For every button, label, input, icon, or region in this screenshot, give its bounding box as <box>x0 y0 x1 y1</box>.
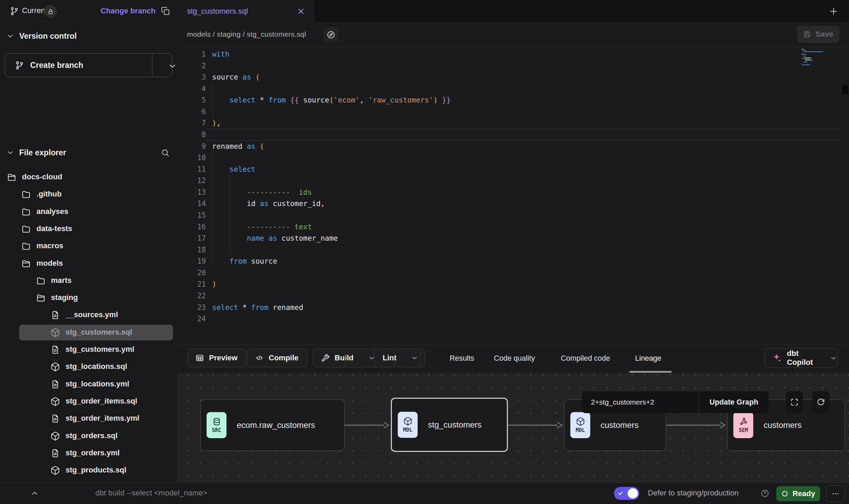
fullscreen-button[interactable] <box>786 391 803 413</box>
tree-item-stg-customers-yml[interactable]: stg_customers.yml <box>0 341 177 358</box>
line-number: 3 <box>177 71 206 83</box>
defer-toggle[interactable] <box>614 487 639 500</box>
tree-item-stg-products-sql[interactable]: stg_products.sql <box>0 462 177 479</box>
lineage-selector-input[interactable]: 2+stg_customers+2 <box>582 391 699 413</box>
tree-item-label: stg_products.sql <box>66 466 126 475</box>
tree-item-models[interactable]: models <box>0 255 177 272</box>
refresh-icon <box>816 398 825 407</box>
build-label: Build <box>335 353 353 362</box>
tree-item-macros[interactable]: macros <box>0 238 177 255</box>
save-label: Save <box>815 30 833 39</box>
tree-item-marts[interactable]: marts <box>0 272 177 289</box>
node-badge-sem: SEM <box>733 412 753 438</box>
line-number: 12 <box>177 175 206 187</box>
sidebar-divider <box>0 141 177 142</box>
update-graph-button[interactable]: Update Graph <box>699 391 769 413</box>
lineage-node-stg-customers[interactable]: MDLstg_customers <box>391 398 508 452</box>
copy-branch-icon[interactable] <box>161 6 170 16</box>
chevron-down-icon[interactable] <box>411 354 418 362</box>
compile-button[interactable]: Compile <box>247 349 307 367</box>
ready-status-button[interactable]: Ready <box>776 486 820 501</box>
save-button[interactable]: Save <box>797 26 839 43</box>
tree-item-label: stg_locations.yml <box>66 380 129 388</box>
lineage-controls: 2+stg_customers+2 Update Graph <box>582 391 769 413</box>
tree-item-data-tests[interactable]: data-tests <box>0 220 177 238</box>
status-bar: dbt build --select <model_name> Defer to… <box>0 482 849 504</box>
node-label: customers <box>601 420 639 430</box>
create-branch-button[interactable]: Create branch <box>5 53 172 77</box>
defer-label: Defer to staging/production <box>648 489 738 497</box>
folder-icon <box>21 224 31 234</box>
tree-item-stg-locations-yml[interactable]: stg_locations.yml <box>0 376 177 393</box>
tree-item-docs-cloud[interactable]: docs-cloud <box>0 169 177 186</box>
tab-stg-customers-sql[interactable]: stg_customers.sql <box>177 0 314 23</box>
line-number: 18 <box>177 244 206 256</box>
tree-item-label: __sources.yml <box>66 310 118 319</box>
chevron-up-icon[interactable] <box>30 489 39 498</box>
code-line-1: with <box>212 48 230 60</box>
tree-item-stg-orders-sql[interactable]: stg_orders.sql <box>0 428 177 445</box>
tree-item-analyses[interactable]: analyses <box>0 203 177 220</box>
active-tab-underline <box>629 371 672 373</box>
code-editor[interactable]: 1with23source as (45 select * from {{ so… <box>177 47 849 345</box>
new-tab-plus-icon[interactable] <box>829 7 838 16</box>
preview-button[interactable]: Preview <box>187 349 246 367</box>
folder-icon <box>21 241 31 251</box>
line-number: 13 <box>177 187 206 198</box>
tree-item-label: analyses <box>36 207 68 216</box>
node-badge-mdl: MDL <box>570 412 590 438</box>
code-line-16: ---------- text <box>212 221 312 233</box>
tree-item-stg-locations-sql[interactable]: stg_locations.sql <box>0 358 177 375</box>
minimap-separator <box>840 47 840 345</box>
preview-label: Preview <box>209 353 237 362</box>
tree-item-label: stg_order_items.sql <box>66 397 137 406</box>
help-icon[interactable] <box>760 489 769 498</box>
cube-icon <box>50 328 60 337</box>
command-input[interactable]: dbt build --select <model_name> <box>95 489 208 497</box>
tab-results[interactable]: Results <box>450 345 474 372</box>
tab-lineage[interactable]: Lineage <box>635 345 662 372</box>
tree-item-stg-customers-sql[interactable]: stg_customers.sql <box>0 324 177 341</box>
refresh-button[interactable] <box>812 391 829 413</box>
tree-item-label: .github <box>36 190 61 199</box>
tree-item-stg-orders-yml[interactable]: stg_orders.yml <box>0 445 177 462</box>
minimap[interactable] <box>802 48 840 69</box>
tree-item-stg-order-items-sql[interactable]: stg_order_items.sql <box>0 393 177 410</box>
git-branch-icon <box>10 7 19 16</box>
breadcrumb: models / staging / stg_customers.sql <box>187 30 306 38</box>
line-number: 11 <box>177 164 206 175</box>
lineage-navigate-button[interactable] <box>323 27 338 42</box>
tab-code-quality[interactable]: Code quality <box>494 345 535 372</box>
tree-item-staging[interactable]: staging <box>0 289 177 307</box>
change-branch-link[interactable]: Change branch <box>101 7 155 15</box>
line-number: 20 <box>177 267 206 279</box>
close-icon[interactable] <box>297 7 305 15</box>
cube-icon <box>50 397 60 406</box>
lint-button[interactable]: Lint <box>374 349 425 367</box>
node-label: customers <box>764 420 802 430</box>
chevron-down-icon[interactable] <box>168 61 177 71</box>
tree-item-stg-order-items-yml[interactable]: stg_order_items.yml <box>0 410 177 427</box>
lineage-node-ecom-raw-customers[interactable]: SRCecom.raw_customers <box>200 399 345 451</box>
search-icon[interactable] <box>161 148 170 157</box>
file-icon <box>50 310 60 320</box>
cube-icon <box>50 466 60 475</box>
file-icon <box>50 380 60 389</box>
code-line-19: from source <box>212 255 277 267</box>
breadcrumb-bar: models / staging / stg_customers.sql Sav… <box>177 23 849 47</box>
check-icon <box>617 490 624 496</box>
more-menu-button[interactable] <box>826 485 845 502</box>
code-line-23: select * from renamed <box>212 302 303 313</box>
current-branch-label: Current <box>22 6 47 15</box>
tree-item--sources-yml[interactable]: __sources.yml <box>0 307 177 324</box>
version-control-header[interactable]: Version control <box>0 30 177 42</box>
build-button[interactable]: Build <box>313 349 382 367</box>
tree-item--github[interactable]: .github <box>0 186 177 203</box>
tab-compiled-code[interactable]: Compiled code <box>561 345 610 372</box>
chevron-down-icon <box>830 355 837 362</box>
scrollbar-thumb[interactable] <box>842 85 848 94</box>
file-explorer-header[interactable]: File explorer <box>0 147 177 158</box>
dbt-copilot-button[interactable]: dbt Copilot <box>765 348 837 368</box>
save-icon <box>803 30 811 38</box>
line-number: 7 <box>177 117 206 129</box>
